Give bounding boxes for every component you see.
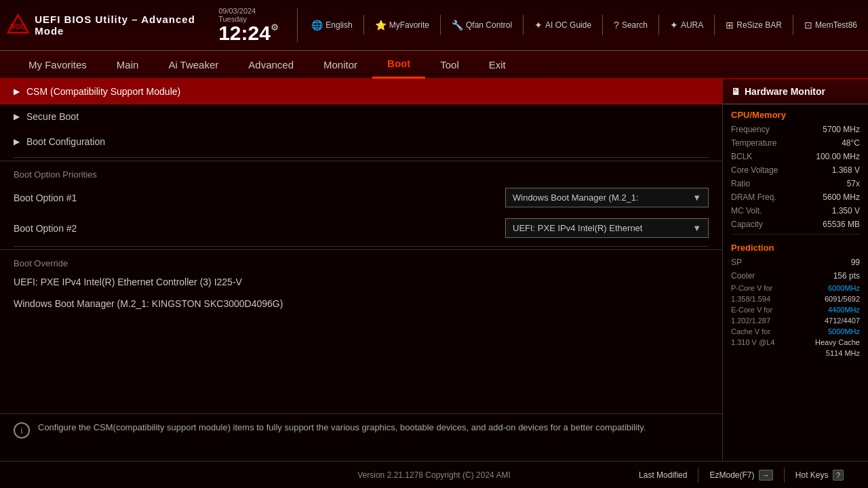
rog-logo-icon: ROG <box>7 13 29 37</box>
hw-freq-label: Frequency <box>731 125 770 134</box>
tab-favorites[interactable]: My Favorites <box>14 50 102 79</box>
pred-ecore-vals-row: 1.202/1.287 4712/4407 <box>723 315 868 326</box>
star-icon: ⭐ <box>375 20 387 30</box>
pred-cache-vval-row: 1.310 V @L4 Heavy Cache <box>723 337 868 348</box>
tab-monitor[interactable]: Monitor <box>309 50 372 79</box>
footer-buttons: Last Modified EzMode(F7) → Hot Keys ? <box>628 468 854 483</box>
tab-tool[interactable]: Tool <box>425 50 474 79</box>
nav-myfavorite[interactable]: ⭐ MyFavorite <box>371 17 433 33</box>
nav-language[interactable]: 🌐 English <box>307 17 356 33</box>
tab-boot[interactable]: Boot <box>372 50 425 79</box>
hw-bclk-row: BCLK 100.00 MHz <box>723 150 868 163</box>
pred-cache-label: Cache V for <box>731 327 770 336</box>
nav-resizebar[interactable]: ⊞ ReSize BAR <box>722 17 786 33</box>
tab-advanced[interactable]: Advanced <box>233 50 309 79</box>
pred-pcore-for-row: P-Core V for 6000MHz <box>723 283 868 293</box>
ezmode-btn[interactable]: EzMode(F7) → <box>698 468 784 483</box>
resizebar-label: ReSize BAR <box>736 20 782 30</box>
pred-pcore-freq: 6000MHz <box>828 284 860 292</box>
hw-ratio-row: Ratio 57x <box>723 177 868 190</box>
hw-temp-value: 48°C <box>842 138 860 148</box>
tab-advanced-label: Advanced <box>248 59 294 70</box>
hw-dramfreq-label: DRAM Freq. <box>731 192 776 202</box>
pred-ecore-for-row: E-Core V for 4400MHz <box>723 304 868 315</box>
last-modified-btn[interactable]: Last Modified <box>628 468 698 483</box>
cpu-memory-title: CPU/Memory <box>723 104 868 123</box>
footer: Version 2.21.1278 Copyright (C) 2024 AMI… <box>0 461 868 488</box>
datetime-block: 09/03/2024 Tuesday 12:24⚙ <box>218 7 281 43</box>
hw-capacity-value: 65536 MB <box>823 220 860 229</box>
dropdown-arrow-icon-1: ▼ <box>692 192 701 203</box>
divider-2 <box>14 246 709 247</box>
nav-divider-2 <box>440 15 441 35</box>
memtest-icon: ⊡ <box>804 20 812 30</box>
tab-favorites-label: My Favorites <box>28 59 87 70</box>
pred-sp-row: SP 99 <box>723 256 868 269</box>
nav-qfan[interactable]: 🔧 Qfan Control <box>448 17 516 33</box>
tab-exit-label: Exit <box>489 59 506 70</box>
hw-mcvolt-value: 1.350 V <box>832 206 860 216</box>
nav-divider-6 <box>714 15 715 35</box>
hw-monitor-panel: 🖥 Hardware Monitor CPU/Memory Frequency … <box>722 79 868 461</box>
boot-option-2-label: Boot Option #2 <box>14 223 505 234</box>
hw-freq-row: Frequency 5700 MHz <box>723 123 868 136</box>
boot-option-2-select[interactable]: UEFI: PXE IPv4 Intel(R) Ethernet ▼ <box>505 218 709 238</box>
nav-search[interactable]: ? Search <box>610 17 652 33</box>
hw-bclk-value: 100.00 MHz <box>816 152 860 161</box>
tab-exit[interactable]: Exit <box>474 50 521 79</box>
hw-monitor-header: 🖥 Hardware Monitor <box>723 79 868 104</box>
hotkeys-btn[interactable]: Hot Keys ? <box>785 468 854 483</box>
info-text: Configure the CSM(compatibility support … <box>38 421 646 434</box>
hw-divider <box>731 234 860 235</box>
pred-cooler-row: Cooler 156 pts <box>723 269 868 283</box>
hw-capacity-row: Capacity 65536 MB <box>723 218 868 231</box>
aura-icon: ✦ <box>670 20 678 30</box>
hw-freq-value: 5700 MHz <box>823 125 860 134</box>
tab-main[interactable]: Main <box>102 50 154 79</box>
nav-aura[interactable]: ✦ AURA <box>666 17 707 33</box>
pred-sp-label: SP <box>731 258 742 267</box>
nav-divider-3 <box>523 15 524 35</box>
main-layout: ▶ CSM (Compatibility Support Module) ▶ S… <box>0 79 868 461</box>
pred-cache-vval: 1.310 V @L4 <box>731 338 774 346</box>
pred-ecore-label: E-Core V for <box>731 306 772 314</box>
hw-temp-row: Temperature 48°C <box>723 136 868 150</box>
override-item-1[interactable]: UEFI: PXE IPv4 Intel(R) Ethernet Control… <box>0 271 722 293</box>
pred-heavy-cache: Heavy Cache <box>815 338 860 346</box>
info-bar: i Configure the CSM(compatibility suppor… <box>0 413 722 461</box>
bootconfig-row[interactable]: ▶ Boot Configuration <box>0 129 722 155</box>
hw-dramfreq-value: 5600 MHz <box>823 192 860 202</box>
pred-pcore-vvals: 1.358/1.594 <box>731 295 770 303</box>
csm-section-header[interactable]: ▶ CSM (Compatibility Support Module) <box>0 79 722 104</box>
content-scroll: ▶ CSM (Compatibility Support Module) ▶ S… <box>0 79 722 413</box>
secureboot-label: Secure Boot <box>26 111 79 122</box>
hw-ratio-label: Ratio <box>731 179 750 188</box>
search-label: Search <box>622 20 648 30</box>
hw-mcvolt-row: MC Volt. 1.350 V <box>723 204 868 218</box>
override-label-2: Windows Boot Manager (M.2_1: KINGSTON SK… <box>14 298 283 309</box>
pred-ecore-vvals: 1.202/1.287 <box>731 317 770 325</box>
settings-icon[interactable]: ⚙ <box>271 22 279 33</box>
hw-mcvolt-label: MC Volt. <box>731 206 762 216</box>
pred-cache-for-row: Cache V for 5000MHz <box>723 326 868 337</box>
pred-cooler-value: 156 pts <box>833 271 860 281</box>
secureboot-arrow-icon: ▶ <box>14 112 20 121</box>
secureboot-row[interactable]: ▶ Secure Boot <box>0 104 722 129</box>
dropdown-arrow-icon-2: ▼ <box>692 223 701 233</box>
boot-option-1-select[interactable]: Windows Boot Manager (M.2_1: ▼ <box>505 188 709 207</box>
boot-priorities-title: Boot Option Priorities <box>0 161 722 182</box>
qfan-label: Qfan Control <box>466 20 512 30</box>
override-label-1: UEFI: PXE IPv4 Intel(R) Ethernet Control… <box>14 277 242 287</box>
logo-area: ROG UEFI BIOS Utility – Advanced Mode <box>7 13 213 37</box>
csm-arrow-icon: ▶ <box>14 87 20 96</box>
tab-monitor-label: Monitor <box>323 59 357 70</box>
nav-memtest[interactable]: ⊡ MemTest86 <box>800 17 861 33</box>
tab-aitweaker[interactable]: Ai Tweaker <box>153 50 233 79</box>
override-item-2[interactable]: Windows Boot Manager (M.2_1: KINGSTON SK… <box>0 293 722 314</box>
aura-label: AURA <box>681 20 703 30</box>
header-divider <box>297 8 298 42</box>
pred-pcore-label: P-Core V for <box>731 284 772 292</box>
nav-aioc[interactable]: ✦ AI OC Guide <box>530 17 595 33</box>
aioc-label: AI OC Guide <box>545 20 591 30</box>
bootconfig-label: Boot Configuration <box>26 136 105 147</box>
